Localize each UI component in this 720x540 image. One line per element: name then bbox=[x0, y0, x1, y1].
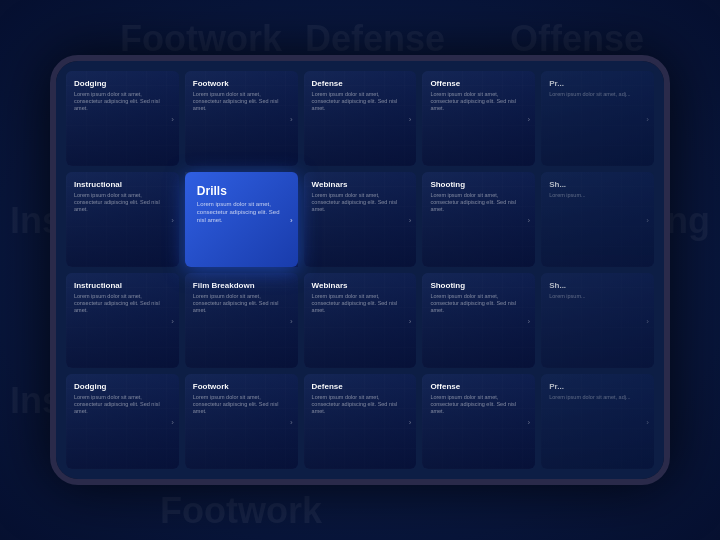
arrow-icon: › bbox=[528, 316, 531, 325]
card-title: Pr... bbox=[549, 79, 646, 88]
card-text: Lorem ipsum dolor sit amet, adj... bbox=[549, 91, 646, 98]
card-text: Lorem ipsum dolor sit amet, consectetur … bbox=[312, 394, 409, 415]
bg-label: Defense bbox=[305, 18, 445, 60]
card-text: Lorem ipsum dolor sit amet, consectetur … bbox=[193, 91, 290, 112]
card-title: Pr... bbox=[549, 382, 646, 391]
card-title: Drills bbox=[197, 184, 286, 198]
arrow-icon: › bbox=[171, 316, 174, 325]
card-title: Instructional bbox=[74, 180, 171, 189]
arrow-icon: › bbox=[646, 316, 649, 325]
tablet-device: Dodging Lorem ipsum dolor sit amet, cons… bbox=[50, 55, 670, 485]
card-title: Footwork bbox=[193, 79, 290, 88]
card-offense-r1[interactable]: Offense Lorem ipsum dolor sit amet, cons… bbox=[422, 71, 535, 166]
card-text: Lorem ipsum dolor sit amet, consectetur … bbox=[430, 394, 527, 415]
card-text: Lorem ipsum dolor sit amet, consectetur … bbox=[193, 394, 290, 415]
card-defense-r4[interactable]: Defense Lorem ipsum dolor sit amet, cons… bbox=[304, 374, 417, 469]
card-title: Shooting bbox=[430, 180, 527, 189]
card-title: Sh... bbox=[549, 281, 646, 290]
card-title: Offense bbox=[430, 79, 527, 88]
card-title: Dodging bbox=[74, 382, 171, 391]
card-text: Lorem ipsum dolor sit amet, consectetur … bbox=[430, 91, 527, 112]
card-text: Lorem ipsum... bbox=[549, 293, 646, 300]
arrow-icon: › bbox=[290, 316, 293, 325]
card-footwork-r1[interactable]: Footwork Lorem ipsum dolor sit amet, con… bbox=[185, 71, 298, 166]
card-title: Webinars bbox=[312, 281, 409, 290]
arrow-icon: › bbox=[528, 417, 531, 426]
card-text: Lorem ipsum... bbox=[549, 192, 646, 199]
card-text: Lorem ipsum dolor sit amet, consectetur … bbox=[74, 394, 171, 415]
arrow-icon: › bbox=[409, 316, 412, 325]
arrow-icon: › bbox=[290, 114, 293, 123]
card-text: Lorem ipsum dolor sit amet, consectetur … bbox=[430, 293, 527, 314]
card-drills-active[interactable]: Drills Lorem ipsum dolor sit amet, conse… bbox=[185, 172, 298, 267]
card-shooting-r3[interactable]: Shooting Lorem ipsum dolor sit amet, con… bbox=[422, 273, 535, 368]
card-text: Lorem ipsum dolor sit amet, consectetur … bbox=[312, 91, 409, 112]
card-partial-r3[interactable]: Sh... Lorem ipsum... › bbox=[541, 273, 654, 368]
card-text: Lorem ipsum dolor sit amet, consectetur … bbox=[74, 91, 171, 112]
card-shooting-r2[interactable]: Shooting Lorem ipsum dolor sit amet, con… bbox=[422, 172, 535, 267]
card-text: Lorem ipsum dolor sit amet, consectetur … bbox=[312, 293, 409, 314]
arrow-icon: › bbox=[528, 215, 531, 224]
card-title: Defense bbox=[312, 79, 409, 88]
arrow-icon: › bbox=[646, 417, 649, 426]
arrow-icon: › bbox=[646, 215, 649, 224]
arrow-icon: › bbox=[646, 114, 649, 123]
arrow-icon: › bbox=[409, 215, 412, 224]
arrow-icon: › bbox=[290, 215, 293, 224]
card-text: Lorem ipsum dolor sit amet, adj... bbox=[549, 394, 646, 401]
card-text: Lorem ipsum dolor sit amet, consectetur … bbox=[74, 192, 171, 213]
arrow-icon: › bbox=[171, 417, 174, 426]
card-offense-r4[interactable]: Offense Lorem ipsum dolor sit amet, cons… bbox=[422, 374, 535, 469]
card-text: Lorem ipsum dolor sit amet, consectetur … bbox=[193, 293, 290, 314]
card-title: Sh... bbox=[549, 180, 646, 189]
arrow-icon: › bbox=[171, 215, 174, 224]
card-title: Shooting bbox=[430, 281, 527, 290]
card-title: Defense bbox=[312, 382, 409, 391]
card-defense-r1[interactable]: Defense Lorem ipsum dolor sit amet, cons… bbox=[304, 71, 417, 166]
card-title: Instructional bbox=[74, 281, 171, 290]
card-instructional-r3[interactable]: Instructional Lorem ipsum dolor sit amet… bbox=[66, 273, 179, 368]
card-text: Lorem ipsum dolor sit amet, consectetur … bbox=[197, 201, 286, 224]
bg-label: Footwork bbox=[120, 18, 282, 60]
bg-label: Offense bbox=[510, 18, 644, 60]
card-text: Lorem ipsum dolor sit amet, consectetur … bbox=[74, 293, 171, 314]
arrow-icon: › bbox=[409, 417, 412, 426]
arrow-icon: › bbox=[171, 114, 174, 123]
card-title: Dodging bbox=[74, 79, 171, 88]
card-title: Footwork bbox=[193, 382, 290, 391]
card-partial-r2[interactable]: Sh... Lorem ipsum... › bbox=[541, 172, 654, 267]
card-dodging-r1[interactable]: Dodging Lorem ipsum dolor sit amet, cons… bbox=[66, 71, 179, 166]
arrow-icon: › bbox=[290, 417, 293, 426]
card-partial-r4[interactable]: Pr... Lorem ipsum dolor sit amet, adj...… bbox=[541, 374, 654, 469]
arrow-icon: › bbox=[409, 114, 412, 123]
card-title: Film Breakdown bbox=[193, 281, 290, 290]
card-instructional-r2[interactable]: Instructional Lorem ipsum dolor sit amet… bbox=[66, 172, 179, 267]
card-text: Lorem ipsum dolor sit amet, consectetur … bbox=[430, 192, 527, 213]
card-title: Webinars bbox=[312, 180, 409, 189]
bg-label: Footwork bbox=[160, 490, 322, 532]
card-dodging-r4[interactable]: Dodging Lorem ipsum dolor sit amet, cons… bbox=[66, 374, 179, 469]
card-title: Offense bbox=[430, 382, 527, 391]
card-footwork-r4[interactable]: Footwork Lorem ipsum dolor sit amet, con… bbox=[185, 374, 298, 469]
arrow-icon: › bbox=[528, 114, 531, 123]
card-filmbreakdown-r3[interactable]: Film Breakdown Lorem ipsum dolor sit ame… bbox=[185, 273, 298, 368]
tablet-screen: Dodging Lorem ipsum dolor sit amet, cons… bbox=[56, 61, 664, 479]
card-grid: Dodging Lorem ipsum dolor sit amet, cons… bbox=[56, 61, 664, 479]
card-webinars-r3[interactable]: Webinars Lorem ipsum dolor sit amet, con… bbox=[304, 273, 417, 368]
card-partial-r1[interactable]: Pr... Lorem ipsum dolor sit amet, adj...… bbox=[541, 71, 654, 166]
card-text: Lorem ipsum dolor sit amet, consectetur … bbox=[312, 192, 409, 213]
card-webinars-r2[interactable]: Webinars Lorem ipsum dolor sit amet, con… bbox=[304, 172, 417, 267]
